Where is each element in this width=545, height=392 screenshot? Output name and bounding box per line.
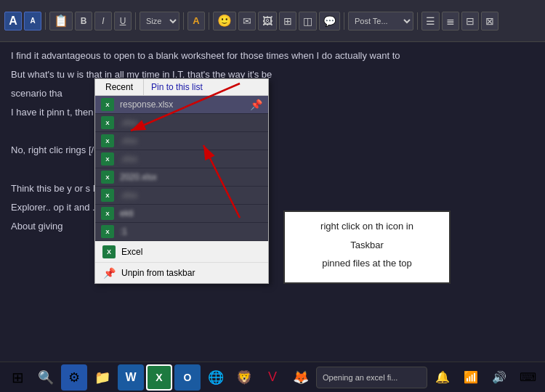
xlsx-icon-4: X: [101, 171, 114, 184]
text-line-5: [11, 123, 534, 139]
toolbar: A A 📋 B I U Size 10121416 A 🙂 ✉ 🖼 ⊞ ◫ 💬 …: [0, 0, 545, 42]
context-menu: Recent Pin to this list X response.xlsx …: [94, 78, 269, 284]
xlsx-icon-6: X: [101, 207, 114, 220]
text-line-6: No, right clic rings [/QUOTE]: [11, 142, 534, 158]
video-button[interactable]: ◫: [299, 12, 317, 30]
file-name-0: response.xlsx: [120, 99, 244, 110]
text-line-3: scenario tha: [11, 86, 534, 102]
taskbar-files-button[interactable]: 📁: [89, 364, 116, 391]
text-line-8: Think this be y or s Not sure anymor: [11, 181, 534, 197]
text-content-area: I find it advantageous to open to a blan…: [0, 42, 545, 243]
tooltip-line1: right click on th icon in: [295, 219, 439, 234]
file-name-2: .xlsx: [120, 136, 262, 146]
emoji-button[interactable]: 🙂: [213, 12, 236, 30]
toolbar-separator-2: [135, 12, 136, 30]
file-name-1: .xlsx: [120, 118, 262, 128]
tooltip-line3: pinned files at the top: [295, 256, 439, 271]
post-type-select[interactable]: Post Te...: [348, 12, 413, 30]
pin-icon-0[interactable]: 📌: [250, 99, 262, 110]
taskbar-outlook-button[interactable]: O: [174, 364, 201, 391]
tab-recent[interactable]: Recent: [95, 79, 144, 95]
taskbar-volume-button[interactable]: 🔊: [486, 364, 512, 391]
tab-pin[interactable]: Pin to this list: [144, 79, 210, 95]
taskbar-notify-button[interactable]: 🔔: [429, 364, 456, 391]
indent-button[interactable]: ⊟: [461, 12, 479, 30]
file-item-4[interactable]: X 2020.xlsx: [95, 168, 268, 187]
text-line-1: I find it advantageous to open to a blan…: [11, 48, 534, 64]
text-line-2: But what's tu w is that in all my time i…: [11, 67, 534, 83]
taskbar-edge-button[interactable]: 🌐: [203, 364, 229, 391]
file-name-6: ekti: [120, 208, 262, 219]
toolbar-separator-3: [183, 12, 184, 30]
excel-label: Excel: [121, 247, 142, 257]
taskbar-excel-button[interactable]: X: [146, 364, 172, 391]
bottom-menu: X Excel 📌 Unpin from taskbar: [95, 241, 268, 283]
unpin-icon: 📌: [102, 266, 116, 279]
large-a-button[interactable]: A: [4, 12, 22, 30]
taskbar-firefox-button[interactable]: 🦊: [288, 364, 314, 391]
quote-button[interactable]: 💬: [319, 12, 340, 30]
xlsx-icon-5: X: [101, 189, 114, 202]
file-item-2[interactable]: X .xlsx: [95, 132, 268, 150]
main-area: A A 📋 B I U Size 10121416 A 🙂 ✉ 🖼 ⊞ ◫ 💬 …: [0, 0, 545, 392]
text-line-4: I have it pinn t, then excel.: [11, 105, 534, 121]
file-item-1[interactable]: X .xlsx: [95, 114, 268, 132]
xlsx-icon-2: X: [101, 134, 114, 147]
taskbar: ⊞ 🔍 ⚙ 📁 W X O 🌐 🦁 V 🦊 Opening an excel f…: [0, 362, 545, 392]
file-name-4: 2020.xlsx: [120, 172, 262, 182]
xlsx-icon-0: X: [101, 98, 114, 111]
tooltip-box: right click on th icon in Taskbar pinned…: [283, 211, 451, 284]
taskbar-brave-button[interactable]: 🦁: [231, 364, 257, 391]
toolbar-separator-5: [344, 12, 344, 30]
font-color-button[interactable]: A: [187, 12, 205, 30]
image-button[interactable]: 🖼: [258, 12, 277, 30]
list-button[interactable]: ☰: [421, 12, 440, 30]
unpin-menu-item[interactable]: 📌 Unpin from taskbar: [95, 262, 268, 283]
italic-button[interactable]: I: [94, 12, 112, 30]
word-icon: W: [125, 371, 136, 384]
tooltip-line2: Taskbar: [295, 238, 439, 253]
file-item-0[interactable]: X response.xlsx 📌: [95, 96, 268, 114]
file-item-7[interactable]: X :1: [95, 223, 268, 241]
excel-menu-item[interactable]: X Excel: [95, 241, 268, 262]
text-line-10: About giving: [11, 219, 534, 234]
excel-icon: X: [156, 372, 162, 383]
toolbar-separator-1: [45, 12, 46, 30]
toolbar-separator-6: [417, 12, 418, 30]
bold-button[interactable]: B: [75, 12, 92, 30]
xlsx-icon-3: X: [101, 152, 114, 166]
outlook-icon: O: [184, 372, 192, 383]
underline-button[interactable]: U: [114, 12, 132, 30]
email-button[interactable]: ✉: [238, 12, 256, 30]
text-line-7: [11, 162, 534, 178]
list2-button[interactable]: ≣: [442, 12, 459, 30]
toolbar-separator-4: [209, 12, 209, 30]
text-line-9: Explorer.. op it and .: [11, 200, 534, 216]
small-a-button[interactable]: A: [24, 12, 41, 30]
file-name-5: .xlsx: [120, 190, 262, 200]
taskbar-active-window[interactable]: Opening an excel fi...: [316, 367, 427, 388]
xlsx-icon-7: X: [101, 225, 114, 238]
taskbar-vivaldi-button[interactable]: V: [259, 364, 286, 391]
file-name-3: .xlsx: [120, 154, 262, 164]
font-size-select[interactable]: Size 10121416: [140, 12, 179, 30]
file-list: X response.xlsx 📌 X .xlsx X .xlsx X .xls…: [95, 96, 268, 241]
file-name-7: :1: [120, 226, 262, 237]
taskbar-windows-button[interactable]: ⊞: [4, 364, 31, 391]
table-button[interactable]: ⊞: [279, 12, 296, 30]
file-item-3[interactable]: X .xlsx: [95, 150, 268, 168]
taskbar-keyboard-button[interactable]: ⌨: [514, 364, 541, 391]
taskbar-widgets-button[interactable]: ⚙: [61, 364, 87, 391]
excel-icon-small: X: [102, 245, 116, 258]
taskbar-search-button[interactable]: 🔍: [33, 364, 59, 391]
taskbar-word-button[interactable]: W: [118, 364, 144, 391]
file-item-6[interactable]: X ekti: [95, 205, 268, 223]
file-item-5[interactable]: X .xlsx: [95, 187, 268, 205]
xlsx-icon-1: X: [101, 116, 114, 129]
paste-button[interactable]: 📋: [49, 12, 73, 30]
unpin-label: Unpin from taskbar: [121, 268, 195, 278]
context-menu-header: Recent Pin to this list: [95, 79, 268, 96]
outdent-button[interactable]: ⊠: [481, 12, 498, 30]
taskbar-network-button[interactable]: 📶: [458, 364, 484, 391]
